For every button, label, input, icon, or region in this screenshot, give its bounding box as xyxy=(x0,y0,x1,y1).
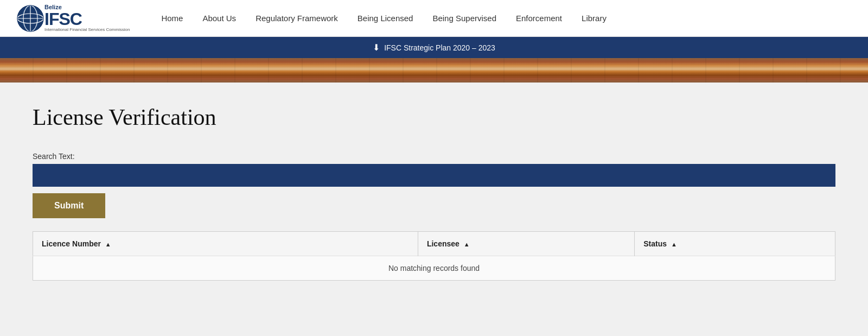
results-table: Licence Number ▲ Licensee ▲ Status ▲ No … xyxy=(33,231,835,281)
search-section: Search Text: Submit xyxy=(33,152,835,218)
col-status[interactable]: Status ▲ xyxy=(635,232,835,256)
nav-item-about-us[interactable]: About Us xyxy=(193,9,246,27)
download-icon: ⬇ xyxy=(373,42,380,53)
logo-globe-icon xyxy=(16,4,44,33)
site-header: Belize IFSC International Financial Serv… xyxy=(0,0,868,37)
page-title: License Verification xyxy=(33,104,835,130)
announcement-text: IFSC Strategic Plan 2020 – 2023 xyxy=(384,43,495,52)
col-status-sort: ▲ xyxy=(671,241,677,248)
nav-item-being-supervised[interactable]: Being Supervised xyxy=(423,9,506,27)
col-licensee-label: Licensee xyxy=(427,239,459,248)
nav-item-regulatory-framework[interactable]: Regulatory Framework xyxy=(246,9,348,27)
table-body: No matching records found xyxy=(33,256,835,281)
logo-ifsc-label: IFSC xyxy=(44,10,130,28)
nav-item-enforcement[interactable]: Enforcement xyxy=(506,9,572,27)
main-nav: Home About Us Regulatory Framework Being… xyxy=(151,9,616,27)
col-status-label: Status xyxy=(643,239,667,248)
col-licence-number-sort: ▲ xyxy=(105,241,111,248)
no-records-row: No matching records found xyxy=(33,256,835,281)
main-content: License Verification Search Text: Submit… xyxy=(0,83,868,302)
nav-item-home[interactable]: Home xyxy=(151,9,193,27)
logo-text-block: Belize IFSC International Financial Serv… xyxy=(44,4,130,32)
table-header: Licence Number ▲ Licensee ▲ Status ▲ xyxy=(33,232,835,256)
submit-button[interactable]: Submit xyxy=(33,193,105,218)
col-licence-number-label: Licence Number xyxy=(42,239,101,248)
table-header-row: Licence Number ▲ Licensee ▲ Status ▲ xyxy=(33,232,835,256)
nav-item-being-licensed[interactable]: Being Licensed xyxy=(348,9,423,27)
logo[interactable]: Belize IFSC International Financial Serv… xyxy=(16,4,130,33)
search-label: Search Text: xyxy=(33,152,835,161)
col-licensee-sort: ▲ xyxy=(464,241,470,248)
wood-banner xyxy=(0,58,868,83)
announcement-bar[interactable]: ⬇ IFSC Strategic Plan 2020 – 2023 xyxy=(0,37,868,58)
col-licence-number[interactable]: Licence Number ▲ xyxy=(33,232,418,256)
nav-item-library[interactable]: Library xyxy=(572,9,616,27)
search-input[interactable] xyxy=(33,164,835,187)
logo-subtitle-label: International Financial Services Commiss… xyxy=(44,28,130,32)
no-records-message: No matching records found xyxy=(33,256,835,281)
col-licensee[interactable]: Licensee ▲ xyxy=(418,232,634,256)
